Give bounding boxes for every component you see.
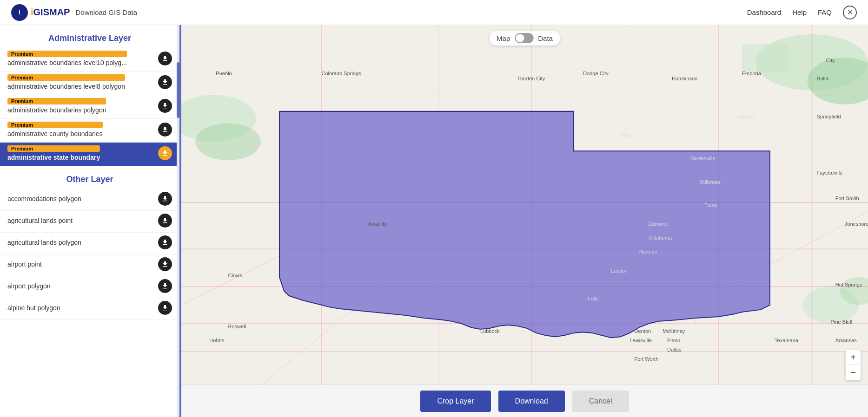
dashboard-link[interactable]: Dashboard: [747, 8, 781, 16]
layer-item-left: Premium administrative state boundary: [7, 145, 100, 161]
cancel-button[interactable]: Cancel: [572, 391, 629, 412]
layer-item-left: agricultural lands polygon: [7, 239, 81, 246]
layer-item-airport-polygon[interactable]: airport polygon: [0, 276, 179, 298]
layer-item-left: airport point: [7, 261, 42, 268]
svg-text:Pueblo: Pueblo: [216, 71, 232, 77]
map-toggle-map-label: Map: [497, 34, 510, 42]
download-icon-agricultural-point[interactable]: [158, 214, 172, 228]
download-icon-airport-point[interactable]: [158, 257, 172, 271]
svg-text:McKinney: McKinney: [663, 328, 685, 334]
svg-text:Hutchinson: Hutchinson: [672, 76, 697, 81]
layer-name: administrative boundaries level10 polyg.…: [7, 59, 127, 66]
zoom-out-button[interactable]: −: [846, 365, 861, 380]
download-icon-alpine-hut[interactable]: [158, 301, 172, 315]
svg-text:Pine Bluff: Pine Bluff: [831, 319, 853, 325]
layer-item-left: Premium administrative boundaries level1…: [7, 51, 127, 66]
layer-item-admin-boundaries[interactable]: Premium administrative boundaries polygo…: [0, 95, 179, 119]
download-icon-airport-polygon[interactable]: [158, 279, 172, 293]
header-right: Dashboard Help FAQ ✕: [747, 6, 857, 20]
svg-text:Fort Smith: Fort Smith: [835, 195, 859, 201]
svg-text:Texarkana: Texarkana: [775, 338, 799, 343]
svg-text:Rolla: Rolla: [816, 76, 828, 81]
svg-text:Roswell: Roswell: [228, 324, 246, 329]
layer-item-agricultural-polygon[interactable]: agricultural lands polygon: [0, 233, 179, 254]
layer-name: administrative boundaries polygon: [7, 106, 106, 114]
layer-name: airport polygon: [7, 282, 51, 290]
map-zoom-controls: + −: [846, 350, 861, 380]
layer-name: administrative county boundaries: [7, 130, 103, 137]
toggle-switch[interactable]: [515, 33, 533, 43]
layer-name-active: administrative state boundary: [7, 154, 100, 161]
premium-badge: Premium: [7, 122, 103, 128]
header: i iGISMAP Download GIS Data Dashboard He…: [0, 0, 868, 25]
layer-item-left: airport polygon: [7, 282, 51, 290]
svg-text:Falls: Falls: [588, 296, 599, 301]
map-data-toggle[interactable]: Map Data: [489, 31, 560, 46]
layer-item-alpine-hut[interactable]: alpine hut polygon: [0, 298, 179, 320]
scroll-indicator: [177, 25, 179, 417]
layer-name: airport point: [7, 261, 42, 268]
help-link[interactable]: Help: [792, 8, 807, 16]
layer-item-admin-level8[interactable]: Premium administrative boundaries level8…: [0, 72, 179, 95]
download-icon-agricultural-polygon[interactable]: [158, 235, 172, 249]
map-svg: Pueblo Colorado Springs Garden City Dodg…: [181, 25, 868, 412]
layer-item-accommodations[interactable]: accommodations polygon: [0, 189, 179, 211]
faq-link[interactable]: FAQ: [818, 8, 832, 16]
layer-item-left: Premium administrative boundaries polygo…: [7, 98, 106, 114]
svg-text:Wichita: Wichita: [737, 114, 755, 119]
download-button[interactable]: Download: [498, 391, 565, 412]
download-icon-admin-level10[interactable]: [158, 52, 172, 65]
download-icon-accommodations[interactable]: [158, 192, 172, 206]
svg-text:Lewisville: Lewisville: [630, 338, 652, 343]
logo-text: iGISMAP: [31, 7, 70, 18]
svg-text:Springfield: Springfield: [816, 114, 841, 119]
svg-text:Amarillo: Amarillo: [368, 221, 387, 227]
crop-layer-button[interactable]: Crop Layer: [420, 391, 490, 412]
layer-item-admin-state[interactable]: Premium administrative state boundary: [0, 143, 179, 166]
download-icon-admin-level8[interactable]: [158, 75, 172, 89]
svg-text:Stillwater: Stillwater: [700, 179, 721, 185]
svg-text:Dodge City: Dodge City: [583, 71, 609, 77]
layer-name: agricultural lands point: [7, 217, 73, 224]
svg-rect-3: [742, 44, 788, 72]
svg-point-5: [195, 123, 261, 160]
layer-item-left: alpine hut polygon: [7, 304, 60, 312]
premium-badge: Premium: [7, 98, 106, 104]
svg-text:Tulsa: Tulsa: [704, 202, 717, 208]
svg-text:Edmond: Edmond: [649, 221, 668, 227]
svg-text:Arkansas: Arkansas: [835, 338, 857, 343]
svg-text:Colorado Springs: Colorado Springs: [321, 71, 361, 77]
svg-text:Norman: Norman: [639, 249, 657, 254]
svg-text:Lubbock: Lubbock: [480, 328, 500, 334]
download-icon-admin-state[interactable]: [158, 146, 172, 160]
svg-text:Jonesboro: Jonesboro: [845, 221, 868, 227]
logo-icon: i: [11, 4, 28, 21]
layer-item-agricultural-point[interactable]: agricultural lands point: [0, 211, 179, 233]
layer-item-airport-point[interactable]: airport point: [0, 254, 179, 276]
zoom-in-button[interactable]: +: [846, 350, 861, 365]
svg-text:Garden City: Garden City: [517, 76, 545, 81]
header-left: i iGISMAP Download GIS Data: [11, 4, 137, 21]
layer-name: accommodations polygon: [7, 195, 81, 202]
logo-i-text: i: [19, 9, 20, 16]
sidebar: Administrative Layer Premium administrat…: [0, 25, 181, 417]
layer-item-left: Premium administrative boundaries level8…: [7, 74, 125, 90]
premium-badge: Premium: [7, 74, 125, 81]
logo[interactable]: i iGISMAP: [11, 4, 70, 21]
layer-item-admin-level10[interactable]: Premium administrative boundaries level1…: [0, 48, 179, 72]
layer-name: agricultural lands polygon: [7, 239, 81, 246]
layer-item-left: agricultural lands point: [7, 217, 73, 224]
layer-item-left: accommodations polygon: [7, 195, 81, 202]
svg-text:Emporia: Emporia: [742, 71, 762, 77]
layer-item-admin-county[interactable]: Premium administrative county boundaries: [0, 119, 179, 143]
download-icon-admin-county[interactable]: [158, 123, 172, 137]
header-title: Download GIS Data: [75, 8, 137, 16]
layer-name: alpine hut polygon: [7, 304, 60, 312]
administrative-section-header: Administrative Layer: [0, 25, 179, 48]
svg-text:Fayetteville: Fayetteville: [816, 170, 842, 176]
svg-text:Dallas: Dallas: [667, 347, 682, 352]
download-icon-admin-boundaries[interactable]: [158, 99, 172, 113]
close-button[interactable]: ✕: [843, 6, 857, 20]
map-area[interactable]: Pueblo Colorado Springs Garden City Dodg…: [181, 25, 868, 417]
main-layout: Administrative Layer Premium administrat…: [0, 25, 868, 417]
